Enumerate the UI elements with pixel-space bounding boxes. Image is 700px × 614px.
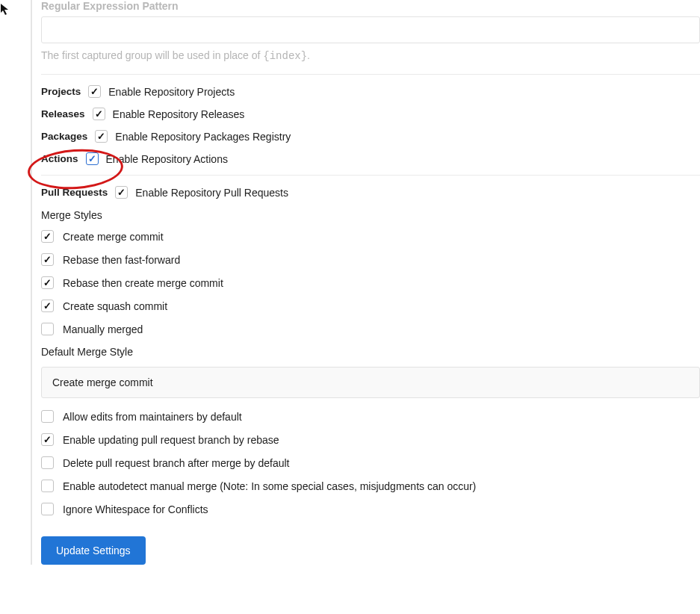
merge-style-row: Create merge commit <box>41 230 700 243</box>
releases-checkbox[interactable] <box>93 108 105 120</box>
packages-check-label: Enable Repository Packages Registry <box>115 131 291 143</box>
pr-option-checkbox-4[interactable] <box>41 503 54 515</box>
projects-check-label: Enable Repository Projects <box>108 86 235 98</box>
merge-style-row: Rebase then fast-forward <box>41 253 700 266</box>
actions-row: Actions Enable Repository Actions <box>41 152 700 165</box>
pr-option-label-0: Allow edits from maintainers by default <box>63 411 242 423</box>
update-settings-button[interactable]: Update Settings <box>41 536 146 565</box>
merge-style-row: Rebase then create merge commit <box>41 276 700 289</box>
pr-option-row: Enable updating pull request branch by r… <box>41 433 700 446</box>
default-merge-style-value: Create merge commit <box>52 376 153 388</box>
merge-styles-heading: Merge Styles <box>41 209 700 221</box>
pointer-arrow-icon <box>0 3 10 16</box>
projects-checkbox[interactable] <box>88 85 101 98</box>
releases-check-label: Enable Repository Releases <box>113 108 245 120</box>
merge-style-row: Manually merged <box>41 323 700 335</box>
pr-option-checkbox-0[interactable] <box>41 410 54 423</box>
merge-style-checkbox-3[interactable] <box>41 300 54 312</box>
pr-option-row: Delete pull request branch after merge b… <box>41 456 700 469</box>
merge-style-row: Create squash commit <box>41 300 700 312</box>
releases-row: Releases Enable Repository Releases <box>41 108 700 120</box>
actions-checkbox[interactable] <box>86 152 99 165</box>
pr-option-checkbox-1[interactable] <box>41 433 54 446</box>
actions-label: Actions <box>41 153 78 164</box>
pr-option-row: Allow edits from maintainers by default <box>41 410 700 423</box>
releases-label: Releases <box>41 108 85 120</box>
pulls-checkbox[interactable] <box>115 186 128 199</box>
sidebar-divider <box>31 0 32 565</box>
merge-style-checkbox-0[interactable] <box>41 230 54 243</box>
pr-option-label-2: Delete pull request branch after merge b… <box>63 457 290 469</box>
merge-style-label-3: Create squash commit <box>63 300 167 312</box>
pr-option-checkbox-3[interactable] <box>41 480 54 492</box>
regex-pattern-help: The first captured group will be used in… <box>41 49 700 62</box>
section-divider <box>41 74 700 75</box>
merge-style-label-0: Create merge commit <box>63 231 164 243</box>
projects-row: Projects Enable Repository Projects <box>41 85 700 98</box>
merge-style-checkbox-4[interactable] <box>41 323 54 335</box>
merge-style-label-4: Manually merged <box>63 323 143 335</box>
merge-style-label-2: Rebase then create merge commit <box>63 277 223 289</box>
pr-option-row: Enable autodetect manual merge (Note: In… <box>41 480 700 492</box>
pulls-row: Pull Requests Enable Repository Pull Req… <box>41 186 700 199</box>
pr-option-label-4: Ignore Whitespace for Conflicts <box>63 503 208 515</box>
packages-checkbox[interactable] <box>95 130 108 143</box>
merge-style-checkbox-1[interactable] <box>41 253 54 266</box>
default-merge-style-select[interactable]: Create merge commit <box>41 367 700 398</box>
packages-label: Packages <box>41 131 87 142</box>
regex-pattern-label: Regular Expression Pattern <box>41 0 700 12</box>
pr-option-checkbox-2[interactable] <box>41 456 54 469</box>
projects-label: Projects <box>41 86 81 97</box>
pr-option-label-1: Enable updating pull request branch by r… <box>63 434 279 446</box>
merge-style-label-1: Rebase then fast-forward <box>63 254 180 266</box>
pr-option-label-3: Enable autodetect manual merge (Note: In… <box>63 480 476 492</box>
default-merge-style-heading: Default Merge Style <box>41 346 700 358</box>
regex-pattern-input[interactable] <box>41 16 700 43</box>
actions-check-label: Enable Repository Actions <box>106 153 228 165</box>
pr-option-row: Ignore Whitespace for Conflicts <box>41 503 700 515</box>
section-divider <box>41 175 700 176</box>
pulls-check-label: Enable Repository Pull Requests <box>135 187 288 199</box>
pulls-label: Pull Requests <box>41 187 108 198</box>
packages-row: Packages Enable Repository Packages Regi… <box>41 130 700 143</box>
merge-style-checkbox-2[interactable] <box>41 276 54 289</box>
